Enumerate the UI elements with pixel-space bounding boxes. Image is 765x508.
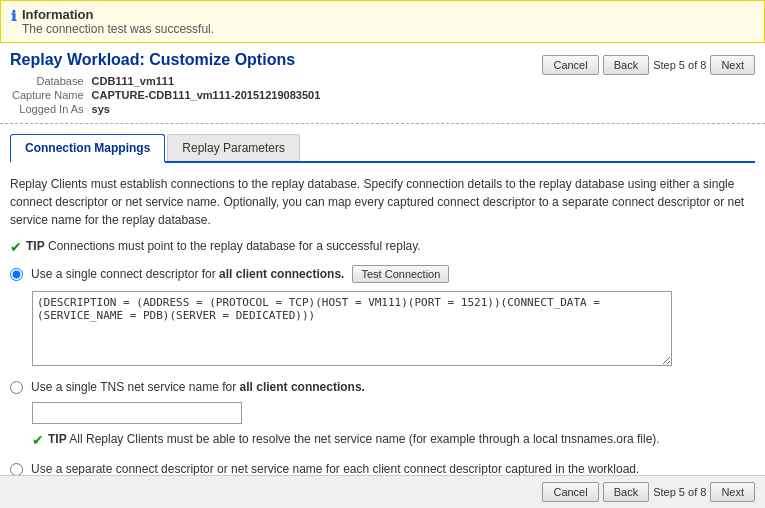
logged-in-label: Logged In As — [12, 103, 90, 115]
back-button-bottom[interactable]: Back — [603, 482, 649, 502]
cancel-button-top[interactable]: Cancel — [542, 55, 598, 75]
connect-descriptor-textarea[interactable]: (DESCRIPTION = (ADDRESS = (PROTOCOL = TC… — [32, 291, 672, 366]
radio-section-1: Use a single connect descriptor for all … — [10, 265, 755, 366]
capture-name-value: CAPTURE-CDB111_vm111-20151219083501 — [92, 89, 321, 101]
tip-block-2: ✔ TIP All Replay Clients must be able to… — [32, 432, 755, 448]
tns-input[interactable] — [32, 402, 242, 424]
tip-icon-1: ✔ — [10, 239, 22, 255]
back-button-top[interactable]: Back — [603, 55, 649, 75]
next-button-top[interactable]: Next — [710, 55, 755, 75]
tip-message-2: All Replay Clients must be able to resol… — [69, 432, 659, 446]
radio-single-tns[interactable] — [10, 381, 23, 394]
info-bar: ℹ Information The connection test was su… — [0, 0, 765, 43]
radio-label-1[interactable]: Use a single connect descriptor for all … — [31, 267, 344, 281]
capture-name-label: Capture Name — [12, 89, 90, 101]
page-header-left: Replay Workload: Customize Options Datab… — [10, 51, 322, 117]
radio-row-3: Use a separate connect descriptor or net… — [10, 462, 755, 476]
radio-single-connect[interactable] — [10, 268, 23, 281]
database-label: Database — [12, 75, 90, 87]
tip-label-1: TIP Connections must point to the replay… — [26, 239, 421, 253]
content-description: Replay Clients must establish connection… — [10, 175, 755, 229]
tab-bar: Connection Mappings Replay Parameters — [10, 134, 755, 163]
tip-label-text-2: TIP — [48, 432, 67, 446]
tip-block-1: ✔ TIP Connections must point to the repl… — [10, 239, 755, 255]
radio-section-2: Use a single TNS net service name for al… — [10, 380, 755, 448]
step-info-bottom: Step 5 of 8 — [653, 486, 706, 498]
radio-label-2[interactable]: Use a single TNS net service name for al… — [31, 380, 365, 394]
cancel-button-bottom[interactable]: Cancel — [542, 482, 598, 502]
page-header: Replay Workload: Customize Options Datab… — [0, 43, 765, 124]
info-icon: ℹ — [11, 8, 16, 24]
radio-separate-connect[interactable] — [10, 463, 23, 476]
tip-message-1: Connections must point to the replay dat… — [48, 239, 421, 253]
page-header-right: Cancel Back Step 5 of 8 Next — [542, 55, 755, 75]
tip-icon-2: ✔ — [32, 432, 44, 448]
meta-table: Database CDB111_vm111 Capture Name CAPTU… — [10, 73, 322, 117]
test-connection-button[interactable]: Test Connection — [352, 265, 449, 283]
radio-label-3[interactable]: Use a separate connect descriptor or net… — [31, 462, 639, 476]
tab-replay-parameters[interactable]: Replay Parameters — [167, 134, 300, 161]
info-message: The connection test was successful. — [22, 22, 214, 36]
step-info-top: Step 5 of 8 — [653, 59, 706, 71]
logged-in-value: sys — [92, 103, 321, 115]
radio-section-3: Use a separate connect descriptor or net… — [10, 462, 755, 476]
tip-text-2: TIP All Replay Clients must be able to r… — [48, 432, 660, 446]
database-value: CDB111_vm111 — [92, 75, 321, 87]
page-title: Replay Workload: Customize Options — [10, 51, 322, 69]
info-title: Information — [22, 7, 214, 22]
bottom-nav: Cancel Back Step 5 of 8 Next — [0, 475, 765, 508]
tab-connection-mappings[interactable]: Connection Mappings — [10, 134, 165, 163]
info-text-block: Information The connection test was succ… — [22, 7, 214, 36]
radio-row-1: Use a single connect descriptor for all … — [10, 265, 755, 283]
next-button-bottom[interactable]: Next — [710, 482, 755, 502]
radio-row-2: Use a single TNS net service name for al… — [10, 380, 755, 394]
main-content: Connection Mappings Replay Parameters Re… — [0, 124, 765, 500]
tip-label-text-1: TIP — [26, 239, 45, 253]
